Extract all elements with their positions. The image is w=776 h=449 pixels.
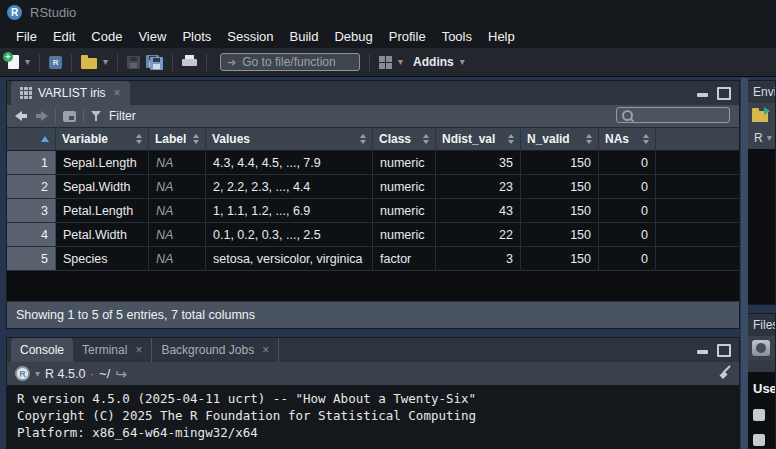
minimize-pane-icon[interactable] bbox=[696, 345, 709, 355]
save-all-icon[interactable] bbox=[146, 55, 163, 70]
table-row[interactable]: 5 Species NA setosa, versicolor, virgini… bbox=[7, 247, 739, 271]
console-line: Platform: x86_64-w64-mingw32/x64 bbox=[17, 425, 258, 440]
import-dataset-icon[interactable] bbox=[752, 111, 768, 122]
goto-arrow-icon: ➔ bbox=[227, 57, 236, 68]
environment-tab[interactable]: Envi bbox=[748, 81, 775, 103]
r-logo-icon[interactable]: R bbox=[15, 366, 30, 381]
minimize-pane-icon[interactable] bbox=[696, 88, 709, 98]
clear-console-icon[interactable] bbox=[715, 365, 731, 385]
goto-file-function-input[interactable]: ➔ Go to file/function bbox=[220, 53, 360, 71]
table-row[interactable]: 2 Sepal.Width NA 2, 2.2, 2.3, ..., 4.4 n… bbox=[7, 175, 739, 199]
variable-table: Variable Label Values Class Ndist_val N_… bbox=[7, 128, 739, 271]
sort-icons bbox=[639, 134, 649, 144]
chevron-down-icon: ▾ bbox=[767, 133, 772, 143]
files-tab[interactable]: Files bbox=[748, 314, 775, 336]
menu-view[interactable]: View bbox=[130, 29, 174, 44]
maximize-pane-icon[interactable] bbox=[717, 344, 731, 357]
environment-content bbox=[748, 149, 775, 304]
sort-icons bbox=[132, 134, 142, 144]
working-directory[interactable]: ~/ bbox=[99, 367, 110, 381]
close-icon[interactable]: × bbox=[135, 343, 142, 357]
console-tab-bar: Console Terminal × Background Jobs × bbox=[7, 338, 739, 362]
file-checkbox[interactable] bbox=[753, 434, 765, 446]
pane-layout-icon[interactable] bbox=[379, 56, 392, 69]
sort-icons bbox=[419, 134, 429, 144]
tab-terminal[interactable]: Terminal × bbox=[73, 338, 152, 362]
table-row[interactable]: 3 Petal.Length NA 1, 1.1, 1.2, ..., 6.9 … bbox=[7, 199, 739, 223]
viewer-toolbar: Filter bbox=[7, 105, 739, 128]
new-project-icon[interactable]: R bbox=[49, 56, 62, 69]
pane-layout-dropdown-icon[interactable]: ▾ bbox=[398, 57, 403, 67]
data-viewer-pane: VARLIST iris × Filter Variable bbox=[6, 80, 740, 329]
tab-console[interactable]: Console bbox=[11, 338, 73, 362]
new-file-button-icon[interactable] bbox=[752, 340, 770, 356]
sort-asc-icon bbox=[41, 136, 49, 142]
r-version-dropdown-icon[interactable]: ▾ bbox=[35, 369, 40, 379]
goto-placeholder: Go to file/function bbox=[242, 55, 335, 69]
menu-file[interactable]: File bbox=[8, 29, 45, 44]
source-tab-bar: VARLIST iris × bbox=[7, 81, 739, 105]
col-header-values[interactable]: Values bbox=[206, 128, 373, 150]
addins-button[interactable]: Addins bbox=[413, 55, 454, 69]
col-header-nas[interactable]: NAs bbox=[599, 128, 656, 150]
sort-icons bbox=[582, 134, 592, 144]
open-in-new-window-icon[interactable] bbox=[63, 111, 76, 122]
tab-varlist-iris[interactable]: VARLIST iris × bbox=[11, 81, 130, 105]
col-header-n-valid[interactable]: N_valid bbox=[521, 128, 599, 150]
table-icon bbox=[20, 87, 32, 99]
console-line: Copyright (C) 2025 The R Foundation for … bbox=[17, 408, 476, 423]
sort-icons bbox=[356, 134, 366, 144]
save-icon[interactable] bbox=[127, 56, 140, 69]
console-pane: Console Terminal × Background Jobs × R ▾… bbox=[6, 337, 740, 449]
tab-background-jobs[interactable]: Background Jobs × bbox=[152, 338, 279, 362]
close-icon[interactable]: × bbox=[114, 86, 121, 100]
console-toolbar: R ▾ R 4.5.0 · ~/ ↪ bbox=[7, 362, 739, 385]
entries-summary: Showing 1 to 5 of 5 entries, 7 total col… bbox=[16, 308, 255, 322]
pane-divider[interactable] bbox=[741, 78, 748, 449]
app-title: RStudio bbox=[30, 5, 76, 20]
addins-dropdown-icon[interactable]: ▾ bbox=[460, 57, 465, 67]
filter-icon[interactable] bbox=[91, 111, 102, 122]
menu-debug[interactable]: Debug bbox=[326, 29, 380, 44]
environment-pane: Envi R ▾ bbox=[748, 80, 776, 305]
main-toolbar: + ▾ R ▾ ➔ Go to file/function ▾ Addins ▾ bbox=[0, 48, 776, 77]
files-list: User bbox=[748, 372, 775, 448]
col-header-ndist-val[interactable]: Ndist_val bbox=[436, 128, 521, 150]
maximize-pane-icon[interactable] bbox=[717, 87, 731, 100]
file-checkbox[interactable] bbox=[753, 409, 765, 421]
menu-bar: File Edit Code View Plots Session Build … bbox=[0, 24, 776, 48]
table-status-bar: Showing 1 to 5 of 5 entries, 7 total col… bbox=[7, 301, 739, 328]
col-header-variable[interactable]: Variable bbox=[56, 128, 149, 150]
print-icon[interactable] bbox=[182, 55, 197, 69]
table-row[interactable]: 1 Sepal.Length NA 4.3, 4.4, 4.5, ..., 7.… bbox=[7, 151, 739, 175]
back-icon[interactable] bbox=[15, 111, 28, 121]
open-file-icon[interactable] bbox=[81, 58, 97, 69]
open-file-dropdown-icon[interactable]: ▾ bbox=[103, 57, 108, 67]
menu-edit[interactable]: Edit bbox=[45, 29, 83, 44]
environment-scope-selector[interactable]: R ▾ bbox=[748, 127, 775, 149]
table-header-row: Variable Label Values Class Ndist_val N_… bbox=[7, 128, 739, 151]
menu-build[interactable]: Build bbox=[282, 29, 327, 44]
col-header-label[interactable]: Label bbox=[149, 128, 206, 150]
menu-code[interactable]: Code bbox=[83, 29, 130, 44]
menu-session[interactable]: Session bbox=[219, 29, 281, 44]
console-output[interactable]: R version 4.5.0 (2025-04-11 ucrt) -- "Ho… bbox=[7, 385, 739, 448]
close-icon[interactable]: × bbox=[262, 343, 269, 357]
menu-help[interactable]: Help bbox=[480, 29, 523, 44]
filter-button[interactable]: Filter bbox=[109, 109, 136, 123]
goto-directory-icon[interactable]: ↪ bbox=[115, 367, 127, 381]
menu-plots[interactable]: Plots bbox=[174, 29, 219, 44]
tab-label: VARLIST iris bbox=[38, 86, 106, 100]
rownum-header[interactable] bbox=[7, 128, 56, 150]
new-file-dropdown-icon[interactable]: ▾ bbox=[25, 57, 30, 67]
menu-tools[interactable]: Tools bbox=[434, 29, 480, 44]
table-search-input[interactable] bbox=[616, 107, 730, 123]
col-header-class[interactable]: Class bbox=[373, 128, 436, 150]
sort-icons bbox=[189, 134, 199, 144]
table-row[interactable]: 4 Petal.Width NA 0.1, 0.2, 0.3, ..., 2.5… bbox=[7, 223, 739, 247]
new-file-icon[interactable]: + bbox=[8, 55, 19, 69]
forward-icon[interactable] bbox=[35, 111, 48, 121]
menu-profile[interactable]: Profile bbox=[381, 29, 434, 44]
sort-icons bbox=[504, 134, 514, 144]
files-path-label: User bbox=[753, 381, 775, 396]
